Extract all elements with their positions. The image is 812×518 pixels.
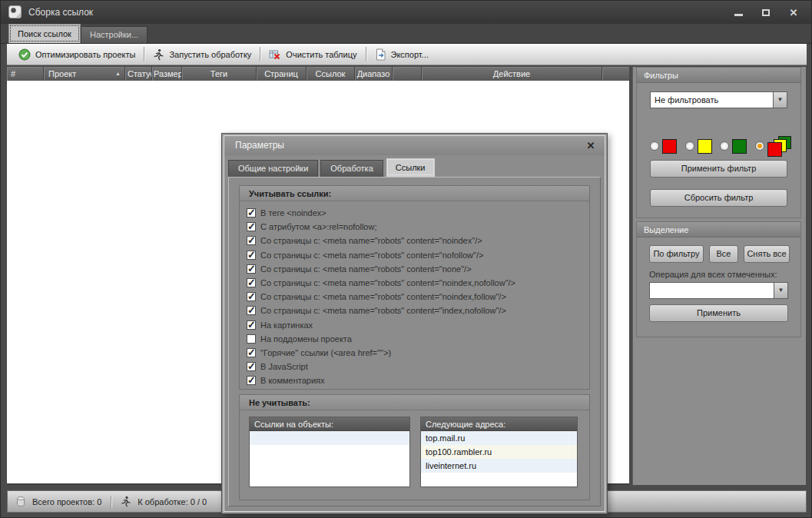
checkbox[interactable] <box>247 376 256 385</box>
projects-total-text: Всего проектов: 0 <box>32 497 101 506</box>
run-man-icon <box>153 48 164 61</box>
optimize-projects-button[interactable]: Оптимизировать проекты <box>12 44 142 65</box>
minimize-button[interactable] <box>733 7 744 18</box>
dialog-tab-processing[interactable]: Обработка <box>320 160 383 177</box>
radio-green[interactable] <box>720 141 729 151</box>
export-button[interactable]: Экспорт... <box>368 44 436 65</box>
dialog-tab-links[interactable]: Ссылки <box>386 158 436 177</box>
checkbox-row[interactable]: Со страницы с: <meta name="robots" conte… <box>247 304 589 317</box>
checkbox[interactable] <box>247 208 256 217</box>
red-square-icon <box>662 139 677 154</box>
dialog-tab-general[interactable]: Общие настройки <box>228 160 318 177</box>
chevron-down-icon[interactable]: ▼ <box>773 91 787 108</box>
checkbox[interactable] <box>247 222 256 231</box>
column-header[interactable]: Проект <box>44 67 125 81</box>
checkbox-row[interactable]: Со страницы с: <meta name="robots" conte… <box>247 290 589 304</box>
checkbox[interactable] <box>247 348 256 357</box>
checkbox-row[interactable]: Со страницы с: <meta name="robots" conte… <box>247 234 589 247</box>
checkbox[interactable] <box>247 264 256 274</box>
dialog-close-icon[interactable]: ✕ <box>583 136 598 155</box>
checkbox[interactable] <box>247 292 256 301</box>
operation-combobox-value[interactable] <box>649 282 774 299</box>
checkbox-row[interactable]: На поддомены проекта <box>247 332 589 346</box>
checkbox[interactable] <box>247 306 256 315</box>
column-header[interactable] <box>602 67 629 81</box>
checkbox-row[interactable]: В теге <noindex> <box>247 206 589 220</box>
maximize-button[interactable] <box>761 7 771 18</box>
checkbox[interactable] <box>247 320 256 330</box>
processing-count-text: К обработке: 0 / 0 <box>138 497 207 506</box>
sort-asc-icon <box>115 71 121 76</box>
operation-label: Операция для всех отмеченных: <box>649 270 777 279</box>
object-links-list-header[interactable]: Ссылки на объекты: <box>250 417 409 431</box>
window-title: Сборка ссылок <box>28 1 93 24</box>
exclude-group-title: Не учитывать: <box>240 395 589 410</box>
table-header: # Проект Статус Размер Теги <box>7 67 629 81</box>
column-header[interactable]: Теги <box>182 67 257 81</box>
statusbar-separator <box>111 496 111 508</box>
filter-option-green[interactable] <box>720 139 747 154</box>
tab-settings[interactable]: Настройки... <box>81 26 147 43</box>
column-header[interactable]: # <box>7 67 44 81</box>
filter-combobox[interactable]: Не фильтровать ▼ <box>650 91 787 108</box>
checkbox[interactable] <box>247 251 256 260</box>
filter-option-yellow[interactable] <box>685 139 712 154</box>
column-header[interactable]: Статус <box>125 67 152 81</box>
checkbox-row[interactable]: Со страницы с: <meta name="robots" conte… <box>247 262 589 276</box>
address-row[interactable]: liveinternet.ru <box>421 459 577 473</box>
filter-option-red[interactable] <box>650 139 677 154</box>
filter-combobox-value[interactable]: Не фильтровать <box>650 91 773 108</box>
reset-filter-button[interactable]: Сбросить фильтр <box>650 189 787 207</box>
parameters-dialog: Параметры ✕ Общие настройки Обработка Сс… <box>221 133 608 514</box>
column-header[interactable]: Размер <box>152 67 182 81</box>
start-processing-button[interactable]: Запустить обработку <box>146 44 258 65</box>
yellow-square-icon <box>698 139 712 154</box>
app-window: Сборка ссылок ✕ Поиск ссылок Настройки..… <box>0 0 812 518</box>
checkbox-row[interactable]: В комментариях <box>247 374 589 387</box>
column-header[interactable]: Ссылок <box>307 67 355 81</box>
chevron-down-icon[interactable]: ▼ <box>774 282 788 299</box>
column-header[interactable]: Страниц <box>257 67 307 81</box>
filters-group-title: Фильтры <box>637 68 800 83</box>
checkbox-row[interactable]: На картинках <box>247 318 589 332</box>
checkbox-row[interactable]: Со страницы с: <meta name="robots" conte… <box>247 276 589 290</box>
checkbox[interactable] <box>247 278 256 287</box>
deselect-all-button[interactable]: Снять все <box>744 245 790 263</box>
filter-option-all-colors[interactable] <box>755 136 791 157</box>
column-header[interactable] <box>393 67 422 81</box>
checkbox-row[interactable]: С атрибутом <a>:rel=nofollow; <box>247 220 589 234</box>
column-header[interactable]: Диапазо <box>355 67 393 81</box>
checkbox[interactable] <box>247 334 256 344</box>
address-row[interactable]: top100.rambler.ru <box>421 445 577 459</box>
radio-all-colors[interactable] <box>755 141 764 151</box>
toolbar-separator <box>366 47 366 61</box>
checkbox-row[interactable]: "Горячие" ссылки (<area href='"'>) <box>247 346 589 360</box>
database-icon <box>15 496 26 507</box>
checkbox-row[interactable]: В JavaScript <box>247 360 589 374</box>
address-row[interactable]: top.mail.ru <box>421 431 577 445</box>
optimize-check-icon <box>18 48 31 61</box>
empty-row[interactable] <box>250 431 409 445</box>
tab-link-search[interactable]: Поиск ссылок <box>8 24 81 43</box>
excluded-addresses-list[interactable]: Следующие адреса: top.mail.rutop100.ramb… <box>420 417 578 487</box>
checkbox[interactable] <box>247 236 256 245</box>
select-all-button[interactable]: Все <box>709 245 738 263</box>
operation-combobox[interactable]: ▼ <box>649 282 788 299</box>
clear-table-button[interactable]: Очистить таблицу <box>262 44 363 65</box>
apply-filter-button[interactable]: Применить фильтр <box>650 160 787 178</box>
excluded-addresses-header[interactable]: Следующие адреса: <box>421 417 577 431</box>
column-header[interactable]: Действие <box>422 67 602 81</box>
object-links-list[interactable]: Ссылки на объекты: <box>249 417 410 487</box>
close-button[interactable]: ✕ <box>788 7 799 18</box>
app-icon <box>8 5 22 18</box>
checkbox[interactable] <box>247 362 256 371</box>
selection-group-title: Выделение <box>637 222 800 237</box>
radio-yellow[interactable] <box>685 141 694 151</box>
include-group-title: Учитывать ссылки: <box>240 186 589 201</box>
radio-red[interactable] <box>650 141 659 151</box>
checkbox-row[interactable]: Со страницы с: <meta name="robots" conte… <box>247 248 589 262</box>
toolbar: Оптимизировать проекты Запустить обработ… <box>7 44 807 65</box>
apply-operation-button[interactable]: Применить <box>649 304 788 322</box>
select-by-filter-button[interactable]: По фильтру <box>649 245 704 263</box>
green-square-icon <box>732 139 747 154</box>
